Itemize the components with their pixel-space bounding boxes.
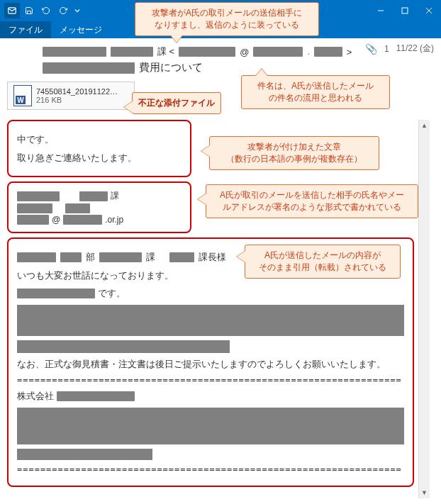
added-text-box: 中です。 取り急ぎご連絡いたします。 <box>7 120 191 177</box>
from-suffix: 課 < <box>157 45 174 58</box>
callout-added: 攻撃者が付け加えた文章 （数行の日本語の事例が複数存在） <box>209 136 379 170</box>
window-controls <box>369 0 441 21</box>
attachment-size: 216 KB <box>36 96 118 104</box>
redacted-block-4 <box>17 449 152 460</box>
word-doc-icon <box>13 85 32 106</box>
redo-icon[interactable] <box>55 3 71 18</box>
callout-sig: A氏が取引のメールを送信した相手の氏名やメー ルアドレスが署名のような形式で書か… <box>206 184 418 218</box>
separator-1: ========================================… <box>17 375 404 385</box>
subject-text: 費用について <box>139 61 203 74</box>
vertical-scrollbar[interactable]: ▲ ▼ <box>418 120 430 498</box>
undo-icon[interactable] <box>38 3 54 18</box>
callout-quoted: A氏が送信したメールの内容が そのまま引用（転載）されている <box>245 245 401 279</box>
attachment-chip[interactable]: 74550814_20191122… 216 KB <box>7 82 135 110</box>
dropdown-icon[interactable] <box>72 3 82 18</box>
added-line1: 中です。 <box>17 133 182 147</box>
maximize-button[interactable] <box>393 0 417 21</box>
redacted-block-1 <box>17 305 404 336</box>
from-at: @ <box>240 47 249 57</box>
added-line2: 取り急ぎご連絡いたします。 <box>17 151 182 165</box>
quoted-dept: 部 <box>86 250 95 264</box>
quoted-company-suffix: です。 <box>98 286 125 301</box>
quoted-sec: 課 <box>146 250 155 264</box>
callout-attach: 不正な添付ファイル <box>132 92 221 114</box>
scroll-down-icon[interactable]: ▼ <box>419 487 430 498</box>
from-close: > <box>347 47 352 57</box>
quoted-hon: 課長様 <box>199 250 226 264</box>
svg-rect-2 <box>402 8 408 13</box>
close-button[interactable] <box>417 0 441 21</box>
save-icon[interactable] <box>21 3 37 18</box>
sig-suffix: 課 <box>111 190 119 202</box>
redacted-block-2 <box>17 340 230 353</box>
tab-file[interactable]: ファイル <box>0 21 51 38</box>
mail-header: 課 < @ . > 費用について 📎 1 11/22 (金) <box>0 38 441 79</box>
sig-domain: .or.jp <box>105 215 123 225</box>
company-label: 株式会社 <box>17 389 54 403</box>
scroll-up-icon[interactable]: ▲ <box>419 120 430 131</box>
separator-2: ========================================… <box>17 464 404 474</box>
outlook-icon <box>4 3 20 18</box>
attach-count: 1 <box>384 44 389 54</box>
redacted-block-3 <box>17 408 404 444</box>
paperclip-icon: 📎 <box>365 43 377 55</box>
quoted-note: なお、正式な御見積書・注文書は後日ご提示いたしますのでよろしくお願いいたします。 <box>17 357 404 371</box>
quick-access-toolbar <box>4 3 82 18</box>
callout-spoof: 攻撃者がA氏の取引メールの送信相手に なりすまし、返信のように装っている <box>135 2 319 36</box>
mail-date: 11/22 (金) <box>396 43 434 55</box>
fake-signature-box: 課 @.or.jp <box>7 181 191 233</box>
minimize-button[interactable] <box>369 0 393 21</box>
attachment-filename: 74550814_20191122… <box>36 87 118 96</box>
subject-row: 費用について <box>7 61 434 74</box>
callout-subject: 件名は、A氏が送信したメール の件名の流用と思われる <box>241 75 390 109</box>
tab-message[interactable]: メッセージ <box>51 21 111 38</box>
mail-body: 中です。 取り急ぎご連絡いたします。 課 @.or.jp 部 課 課長様 いつも… <box>0 120 430 498</box>
